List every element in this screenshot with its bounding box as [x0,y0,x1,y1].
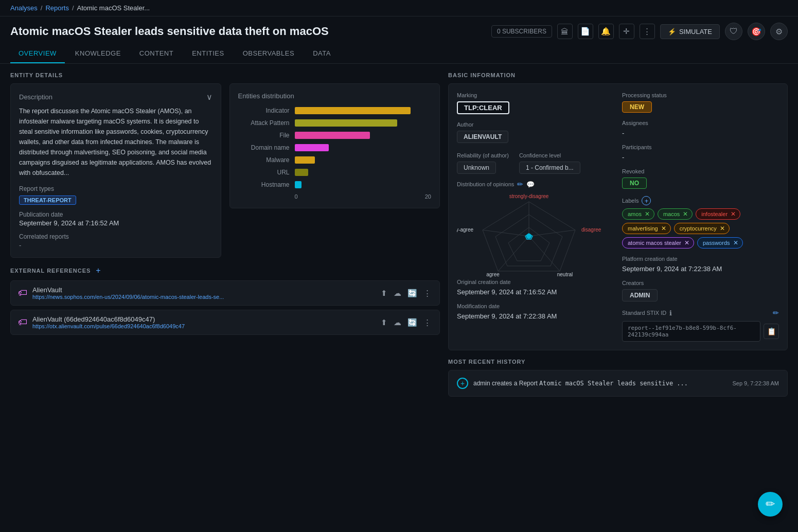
description-label: Description [19,93,52,101]
simulate-icon: ⚡ [668,28,676,36]
tab-data[interactable]: DATA [305,44,339,63]
entity-details-header: ENTITY DETAILS [10,72,440,78]
breadcrumb-analyses[interactable]: Analyses [10,4,38,12]
correlated-value: - [19,241,212,249]
remove-label-icon[interactable]: ✕ [661,225,666,232]
distribution-of-opinions-section: Distribution of opinions ✏ 💬 [457,180,614,279]
ref-cloud2-btn[interactable]: 🔄 [406,317,418,328]
remove-label-icon[interactable]: ✕ [731,210,736,218]
ref-actions: ⬆ ☁ 🔄 ⋮ [380,317,432,328]
dist-label: Malware [238,156,290,164]
dist-label: Indicator [238,107,290,114]
add-label-button[interactable]: + [642,196,651,205]
tab-overview[interactable]: OVERVIEW [10,44,65,63]
marking-label: Marking [457,92,614,98]
revoked-value: NO [622,178,647,189]
ref-cloud2-btn[interactable]: 🔄 [406,288,418,299]
reliability-col: Reliability (of author) Unknown [457,152,509,174]
ref-tag-icon: 🏷 [18,317,27,328]
remove-label-icon[interactable]: ✕ [645,210,650,218]
label-chip[interactable]: cryptocurrency✕ [674,223,730,234]
dist-bar-container [295,107,432,114]
mod-date-value: September 9, 2024 at 7:22:38 AM [457,312,614,320]
tab-content[interactable]: CONTENT [131,44,182,63]
label-chip[interactable]: passwords✕ [697,237,743,249]
assignees-value: - [622,129,779,137]
tab-entities[interactable]: ENTITIES [184,44,233,63]
ref-url[interactable]: https://otx.alienvault.com/pulse/66ded92… [32,323,375,329]
dist-row: Hostname [238,181,432,188]
dist-bar [295,144,329,151]
ext-ref-items: 🏷 AlienVault https://news.sophos.com/en-… [10,280,440,335]
tab-observables[interactable]: OBSERVABLES [235,44,303,63]
ref-url[interactable]: https://news.sophos.com/en-us/2024/09/06… [32,294,375,300]
reliability-value: Unknown [457,162,496,174]
remove-label-icon[interactable]: ✕ [733,239,738,246]
entity-details-inner: Description ∨ The report discusses the A… [10,83,440,258]
label-chip[interactable]: infostealer✕ [696,208,740,220]
author-badge: ALIENVAULT [457,131,508,143]
expand-icon-btn[interactable]: ✛ [619,24,634,39]
svg-text:neutral: neutral [557,272,573,277]
page-title-row: Atomic macOS Stealer leads sensitive dat… [0,16,798,44]
dist-bar [295,156,315,164]
labels-row: amos✕macos✕infostealer✕malvertising✕cryp… [622,208,779,249]
platform-creation-label: Platform creation date [622,256,779,262]
ref-upload-btn[interactable]: ⬆ [380,317,388,328]
participants-value: - [622,153,779,161]
bell-icon-btn[interactable]: 🔔 [598,24,614,39]
ref-cloud-btn[interactable]: ☁ [393,317,402,328]
gauge-icon-btn[interactable]: 🎯 [748,23,765,40]
stix-edit-icon[interactable]: ✏ [773,309,779,317]
dist-label: Attack Pattern [238,119,290,127]
breadcrumb-reports[interactable]: Reports [45,4,69,12]
reliability-label: Reliability (of author) [457,152,509,158]
ref-upload-btn[interactable]: ⬆ [380,288,388,299]
pub-date-label: Publication date [19,211,212,218]
tab-knowledge[interactable]: KNOWLEDGE [67,44,129,63]
ref-more-btn[interactable]: ⋮ [422,288,432,299]
copy-stix-button[interactable]: 📋 [764,324,779,339]
entity-dist-card: Entities distribution Indicator Attack P… [229,83,440,208]
remove-label-icon[interactable]: ✕ [683,210,688,218]
label-chip[interactable]: atomic macos stealer✕ [622,237,694,249]
dist-axis: 0 20 [238,193,432,200]
radar-chart: strongly-disagree disagree neutral agree… [457,191,601,279]
main-content: ENTITY DETAILS Description ∨ The report … [0,64,798,405]
fab-edit-button[interactable]: ✏ [758,492,783,517]
add-ref-button[interactable]: + [95,266,101,275]
platform-creation-section: Platform creation date September 9, 2024… [622,256,779,273]
settings-icon-btn[interactable]: ⚙ [770,23,788,40]
ref-more-btn[interactable]: ⋮ [422,317,432,328]
left-panel: ENTITY DETAILS Description ∨ The report … [10,72,440,397]
doo-info-icon: 💬 [526,181,535,188]
more-icon-btn[interactable]: ⋮ [640,24,655,39]
ref-cloud-btn[interactable]: ☁ [393,288,402,299]
stix-label-row: Standard STIX ID ℹ ✏ [622,309,779,317]
description-collapse-icon[interactable]: ∨ [206,92,212,102]
stix-row: report--1ef91e7b-b8e8-599b-8cf6-242139c9… [622,321,779,342]
tabs-row: OVERVIEW KNOWLEDGE CONTENT ENTITIES OBSE… [0,44,798,64]
label-chip[interactable]: amos✕ [622,208,654,220]
ref-item: 🏷 AlienVault (66ded924640ac6f8d6049c47) … [10,310,440,335]
revoked-label: Revoked [622,168,779,174]
history-section: MOST RECENT HISTORY + admin creates a Re… [448,359,788,397]
doo-edit-icon[interactable]: ✏ [517,180,523,188]
label-chip[interactable]: malvertising✕ [622,223,671,234]
platform-creation-value: September 9, 2024 at 7:22:38 AM [622,265,779,273]
simulate-button[interactable]: ⚡ SIMULATE [660,24,720,39]
label-chip[interactable]: macos✕ [658,208,693,220]
export-icon-btn[interactable]: 📄 [578,24,593,39]
history-time: Sep 9, 7:22:38 AM [732,380,779,386]
svg-line-4 [529,230,575,236]
remove-label-icon[interactable]: ✕ [684,239,689,246]
orig-date-label: Original creation date [457,279,614,285]
dist-bar [295,107,411,114]
shield-icon-btn[interactable]: 🛡 [725,23,742,40]
share-icon-btn[interactable]: 🏛 [557,24,573,39]
svg-line-7 [483,230,529,236]
history-item: + admin creates a Report Atomic macOS St… [457,378,779,389]
remove-label-icon[interactable]: ✕ [720,225,725,232]
stix-info-icon: ℹ [669,309,672,317]
svg-text:strongly-disagree: strongly-disagree [509,193,549,199]
